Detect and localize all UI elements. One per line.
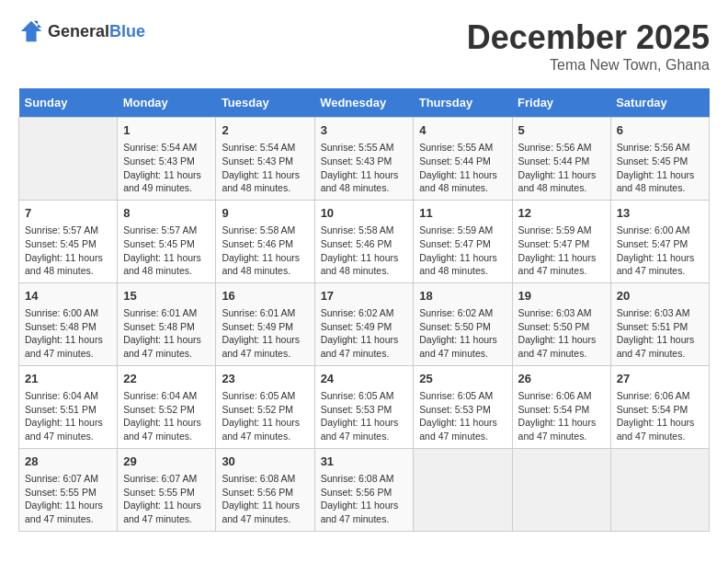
day-number: 29	[123, 454, 210, 470]
day-number: 13	[617, 205, 703, 222]
week-row-3: 14Sunrise: 6:00 AM Sunset: 5:48 PM Dayli…	[19, 282, 710, 365]
day-number: 27	[617, 371, 703, 387]
day-number: 31	[321, 454, 408, 470]
calendar-cell: 13Sunrise: 6:00 AM Sunset: 5:47 PM Dayli…	[610, 200, 709, 282]
calendar-cell	[610, 448, 709, 531]
calendar-cell	[414, 448, 512, 531]
day-number: 19	[518, 288, 605, 304]
calendar-cell: 19Sunrise: 6:03 AM Sunset: 5:50 PM Dayli…	[512, 282, 610, 365]
day-info: Sunrise: 6:00 AM Sunset: 5:47 PM Dayligh…	[617, 224, 703, 278]
day-info: Sunrise: 6:04 AM Sunset: 5:52 PM Dayligh…	[123, 389, 210, 443]
calendar-cell: 26Sunrise: 6:06 AM Sunset: 5:54 PM Dayli…	[512, 365, 610, 448]
day-number: 20	[617, 288, 703, 304]
calendar-cell: 30Sunrise: 6:08 AM Sunset: 5:56 PM Dayli…	[216, 448, 314, 531]
header-row: SundayMondayTuesdayWednesdayThursdayFrid…	[19, 88, 710, 118]
day-number: 16	[222, 288, 308, 304]
day-number: 18	[419, 288, 506, 304]
calendar-cell: 28Sunrise: 6:07 AM Sunset: 5:55 PM Dayli…	[19, 448, 118, 531]
calendar-cell: 27Sunrise: 6:06 AM Sunset: 5:54 PM Dayli…	[610, 365, 709, 448]
day-info: Sunrise: 6:07 AM Sunset: 5:55 PM Dayligh…	[25, 472, 111, 526]
day-header-monday: Monday	[118, 88, 216, 118]
month-title: December 2025	[467, 18, 710, 57]
day-number: 23	[222, 371, 308, 387]
day-info: Sunrise: 6:00 AM Sunset: 5:48 PM Dayligh…	[25, 306, 111, 361]
header: GeneralBlue December 2025 Tema New Town,…	[18, 18, 710, 74]
title-area: December 2025 Tema New Town, Ghana	[467, 18, 710, 74]
calendar-cell: 31Sunrise: 6:08 AM Sunset: 5:56 PM Dayli…	[314, 448, 414, 531]
day-info: Sunrise: 6:01 AM Sunset: 5:49 PM Dayligh…	[222, 306, 308, 361]
day-number: 22	[123, 371, 210, 387]
day-info: Sunrise: 5:55 AM Sunset: 5:43 PM Dayligh…	[321, 141, 408, 195]
calendar-cell: 12Sunrise: 5:59 AM Sunset: 5:47 PM Dayli…	[512, 200, 610, 282]
calendar-cell: 18Sunrise: 6:02 AM Sunset: 5:50 PM Dayli…	[414, 282, 512, 365]
week-row-4: 21Sunrise: 6:04 AM Sunset: 5:51 PM Dayli…	[19, 365, 710, 448]
week-row-5: 28Sunrise: 6:07 AM Sunset: 5:55 PM Dayli…	[19, 448, 710, 531]
day-number: 21	[25, 371, 111, 387]
day-number: 15	[123, 288, 210, 304]
day-info: Sunrise: 6:05 AM Sunset: 5:53 PM Dayligh…	[321, 389, 408, 443]
calendar-cell: 24Sunrise: 6:05 AM Sunset: 5:53 PM Dayli…	[314, 365, 414, 448]
day-info: Sunrise: 5:59 AM Sunset: 5:47 PM Dayligh…	[419, 224, 506, 278]
calendar-cell: 6Sunrise: 5:56 AM Sunset: 5:45 PM Daylig…	[610, 118, 709, 201]
calendar-cell: 10Sunrise: 5:58 AM Sunset: 5:46 PM Dayli…	[314, 200, 414, 282]
calendar-cell: 14Sunrise: 6:00 AM Sunset: 5:48 PM Dayli…	[19, 282, 118, 365]
day-info: Sunrise: 6:06 AM Sunset: 5:54 PM Dayligh…	[518, 389, 605, 443]
day-number: 7	[25, 205, 111, 222]
day-info: Sunrise: 6:03 AM Sunset: 5:50 PM Dayligh…	[518, 306, 605, 361]
day-number: 12	[518, 205, 605, 222]
day-number: 8	[123, 205, 210, 222]
calendar-cell: 8Sunrise: 5:57 AM Sunset: 5:45 PM Daylig…	[118, 200, 216, 282]
day-header-sunday: Sunday	[19, 88, 118, 118]
day-info: Sunrise: 5:55 AM Sunset: 5:44 PM Dayligh…	[419, 141, 506, 195]
calendar-cell: 21Sunrise: 6:04 AM Sunset: 5:51 PM Dayli…	[19, 365, 118, 448]
day-info: Sunrise: 5:56 AM Sunset: 5:45 PM Dayligh…	[617, 141, 703, 195]
day-number: 2	[222, 122, 308, 139]
day-info: Sunrise: 6:06 AM Sunset: 5:54 PM Dayligh…	[617, 389, 703, 443]
calendar-cell: 29Sunrise: 6:07 AM Sunset: 5:55 PM Dayli…	[118, 448, 216, 531]
day-number: 9	[222, 205, 308, 222]
calendar-cell: 20Sunrise: 6:03 AM Sunset: 5:51 PM Dayli…	[610, 282, 709, 365]
calendar-cell	[512, 448, 610, 531]
day-info: Sunrise: 6:05 AM Sunset: 5:52 PM Dayligh…	[222, 389, 308, 443]
day-number: 1	[123, 122, 210, 139]
day-info: Sunrise: 6:02 AM Sunset: 5:49 PM Dayligh…	[321, 306, 408, 361]
day-info: Sunrise: 6:05 AM Sunset: 5:53 PM Dayligh…	[419, 389, 506, 443]
calendar-cell: 22Sunrise: 6:04 AM Sunset: 5:52 PM Dayli…	[118, 365, 216, 448]
day-number: 14	[25, 288, 111, 304]
day-header-saturday: Saturday	[610, 88, 709, 118]
logo: GeneralBlue	[18, 18, 145, 44]
day-number: 17	[321, 288, 408, 304]
calendar-table: SundayMondayTuesdayWednesdayThursdayFrid…	[18, 88, 710, 532]
day-number: 26	[518, 371, 605, 387]
day-info: Sunrise: 5:54 AM Sunset: 5:43 PM Dayligh…	[123, 141, 210, 195]
calendar-cell: 25Sunrise: 6:05 AM Sunset: 5:53 PM Dayli…	[414, 365, 512, 448]
day-info: Sunrise: 5:56 AM Sunset: 5:44 PM Dayligh…	[518, 141, 605, 195]
day-header-thursday: Thursday	[414, 88, 512, 118]
day-info: Sunrise: 5:57 AM Sunset: 5:45 PM Dayligh…	[25, 224, 111, 278]
day-info: Sunrise: 5:58 AM Sunset: 5:46 PM Dayligh…	[321, 224, 408, 278]
day-header-friday: Friday	[512, 88, 610, 118]
calendar-cell: 2Sunrise: 5:54 AM Sunset: 5:43 PM Daylig…	[216, 118, 314, 201]
day-header-tuesday: Tuesday	[216, 88, 314, 118]
day-number: 10	[321, 205, 408, 222]
calendar-cell: 3Sunrise: 5:55 AM Sunset: 5:43 PM Daylig…	[314, 118, 414, 201]
day-info: Sunrise: 5:58 AM Sunset: 5:46 PM Dayligh…	[222, 224, 308, 278]
calendar-cell: 1Sunrise: 5:54 AM Sunset: 5:43 PM Daylig…	[118, 118, 216, 201]
calendar-cell	[19, 118, 118, 201]
calendar-cell: 23Sunrise: 6:05 AM Sunset: 5:52 PM Dayli…	[216, 365, 314, 448]
logo-text: GeneralBlue	[48, 22, 145, 41]
logo-icon	[18, 18, 44, 44]
calendar-cell: 11Sunrise: 5:59 AM Sunset: 5:47 PM Dayli…	[414, 200, 512, 282]
svg-marker-0	[21, 21, 41, 41]
calendar-cell: 17Sunrise: 6:02 AM Sunset: 5:49 PM Dayli…	[314, 282, 414, 365]
calendar-cell: 7Sunrise: 5:57 AM Sunset: 5:45 PM Daylig…	[19, 200, 118, 282]
day-number: 5	[518, 122, 605, 139]
day-number: 24	[321, 371, 408, 387]
day-number: 3	[321, 122, 408, 139]
calendar-cell: 9Sunrise: 5:58 AM Sunset: 5:46 PM Daylig…	[216, 200, 314, 282]
location-title: Tema New Town, Ghana	[467, 57, 710, 74]
day-info: Sunrise: 5:54 AM Sunset: 5:43 PM Dayligh…	[222, 141, 308, 195]
day-number: 4	[419, 122, 506, 139]
day-info: Sunrise: 6:04 AM Sunset: 5:51 PM Dayligh…	[25, 389, 111, 443]
day-number: 25	[419, 371, 506, 387]
